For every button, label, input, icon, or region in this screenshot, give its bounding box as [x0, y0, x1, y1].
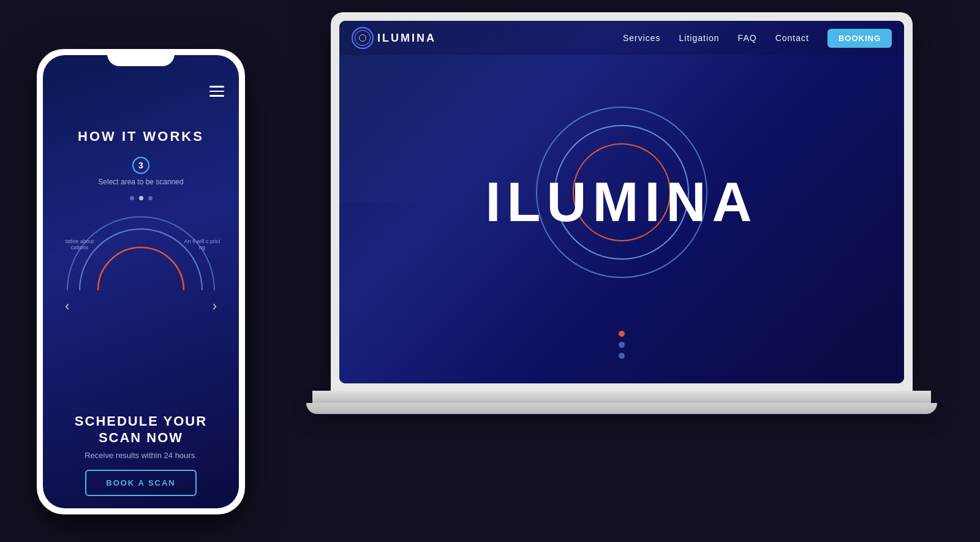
phone-arc-graphic: tative about cations An Il will c prici … [61, 208, 221, 293]
step-circle: 3 [132, 157, 149, 174]
hero-logo-text: ILUMINA [486, 171, 758, 234]
laptop-body: ILUMINA Services Litigation FAQ Contact … [331, 12, 913, 392]
logo-text: ILUMINA [377, 32, 436, 45]
nav-link-litigation[interactable]: Litigation [679, 33, 720, 43]
phone-mockup: HOW IT WORKS 3 Select area to be scanned [37, 49, 245, 514]
laptop-screen-bezel: ILUMINA Services Litigation FAQ Contact … [339, 21, 904, 383]
arc-side-text-left: tative about cations [61, 238, 98, 250]
arc-side-text-right: An Il will c prici ng [184, 238, 221, 250]
laptop-logo: ILUMINA [352, 27, 436, 49]
scene: ILUMINA Services Litigation FAQ Contact … [0, 0, 980, 542]
next-arrow[interactable]: › [213, 298, 217, 314]
nav-booking-button[interactable]: BOOKING [827, 29, 892, 48]
phone-book-button[interactable]: BOOK A SCAN [85, 470, 196, 496]
phone-body: HOW IT WORKS 3 Select area to be scanned [37, 49, 245, 514]
progress-dot-1 [130, 196, 134, 200]
phone-cta-title: SCHEDULE YOUR SCAN NOW [55, 413, 227, 446]
menu-bar-3 [209, 95, 224, 97]
nav-link-faq[interactable]: FAQ [738, 33, 757, 43]
menu-bar-1 [209, 86, 224, 88]
progress-dot-3 [148, 196, 153, 200]
nav-link-services[interactable]: Services [623, 33, 661, 43]
nav-link-contact[interactable]: Contact [775, 33, 809, 43]
laptop-base-bottom [306, 403, 937, 414]
scroll-indicators [619, 331, 625, 359]
laptop-nav-links: Services Litigation FAQ Contact BOOKING [623, 29, 892, 48]
progress-dot-2 [139, 196, 143, 200]
step-indicator: 3 Select area to be scanned [55, 157, 227, 186]
prev-arrow[interactable]: ‹ [65, 298, 69, 314]
logo-circle-icon [352, 27, 374, 49]
step-label: Select area to be scanned [98, 178, 183, 186]
phone-cta-subtitle: Receive results within 24 hours. [55, 451, 227, 460]
menu-bar-2 [209, 91, 224, 92]
phone-menu-icon[interactable] [209, 86, 224, 97]
laptop-nav: ILUMINA Services Litigation FAQ Contact … [339, 21, 904, 55]
progress-dots [55, 196, 227, 200]
laptop-mockup: ILUMINA Services Litigation FAQ Contact … [331, 12, 919, 514]
phone-notch [107, 49, 175, 66]
phone-screen: HOW IT WORKS 3 Select area to be scanned [43, 55, 239, 508]
laptop-screen: ILUMINA Services Litigation FAQ Contact … [339, 21, 904, 383]
hero-logo-container: ILUMINA [339, 171, 904, 234]
scroll-dot-1[interactable] [619, 331, 625, 337]
phone-carousel-arrows: ‹ › [55, 298, 227, 314]
scroll-dot-2[interactable] [619, 342, 625, 348]
scroll-dot-3[interactable] [619, 353, 625, 359]
phone-section-title: HOW IT WORKS [55, 129, 227, 145]
phone-cta-section: SCHEDULE YOUR SCAN NOW Receive results w… [43, 413, 239, 496]
arc-svg [61, 208, 221, 293]
